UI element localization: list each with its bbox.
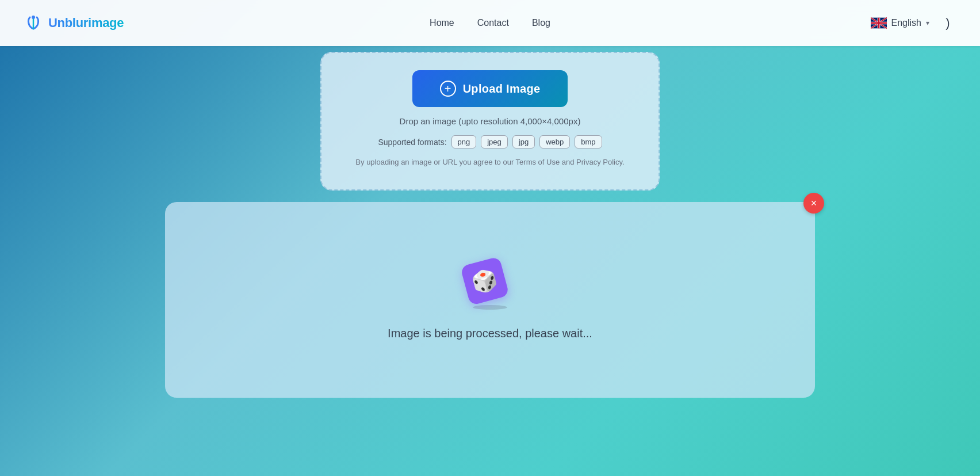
processing-status: Image is being processed, please wait...: [388, 327, 592, 340]
format-bmp: bmp: [575, 135, 602, 148]
flag-icon: [871, 17, 887, 29]
loading-animation: 🎲: [470, 260, 510, 310]
upload-card: + Upload Image Drop an image (upto resol…: [320, 52, 660, 191]
upload-button[interactable]: + Upload Image: [412, 70, 568, 107]
terms-text: By uploading an image or URL you agree t…: [355, 158, 624, 166]
svg-point-0: [32, 16, 35, 19]
nav-blog[interactable]: Blog: [532, 18, 550, 28]
dice-icon: 🎲: [460, 256, 510, 306]
dice-shadow: [473, 305, 507, 310]
language-selector[interactable]: English ▾: [871, 17, 929, 29]
logo-text: Unblurimage: [48, 16, 124, 31]
nav-home[interactable]: Home: [430, 18, 454, 28]
navbar: Unblurimage Home Contact Blog English ▾ …: [0, 0, 980, 46]
formats-label: Supported formats:: [378, 138, 446, 147]
format-png: png: [451, 135, 477, 148]
close-button[interactable]: ×: [803, 193, 824, 214]
chevron-down-icon: ▾: [926, 19, 929, 27]
plus-icon: +: [440, 81, 456, 97]
nav-contact[interactable]: Contact: [477, 18, 509, 28]
formats-row: Supported formats: png jpeg jpg webp bmp: [378, 135, 602, 148]
upload-button-label: Upload Image: [463, 82, 541, 96]
logo-icon: [23, 13, 44, 33]
format-jpg: jpg: [512, 135, 535, 148]
drop-text: Drop an image (upto resolution 4,000×4,0…: [400, 116, 581, 126]
logo[interactable]: Unblurimage: [23, 13, 124, 33]
nav-links: Home Contact Blog: [430, 18, 550, 28]
format-webp: webp: [539, 135, 570, 148]
format-jpeg: jpeg: [481, 135, 508, 148]
nav-right: English ▾ ): [871, 14, 957, 32]
processing-card: × 🎲 Image is being processed, please wai…: [165, 202, 815, 398]
main-content: + Upload Image Drop an image (upto resol…: [0, 46, 980, 476]
language-label: English: [891, 18, 921, 28]
theme-toggle-button[interactable]: ): [939, 14, 957, 32]
